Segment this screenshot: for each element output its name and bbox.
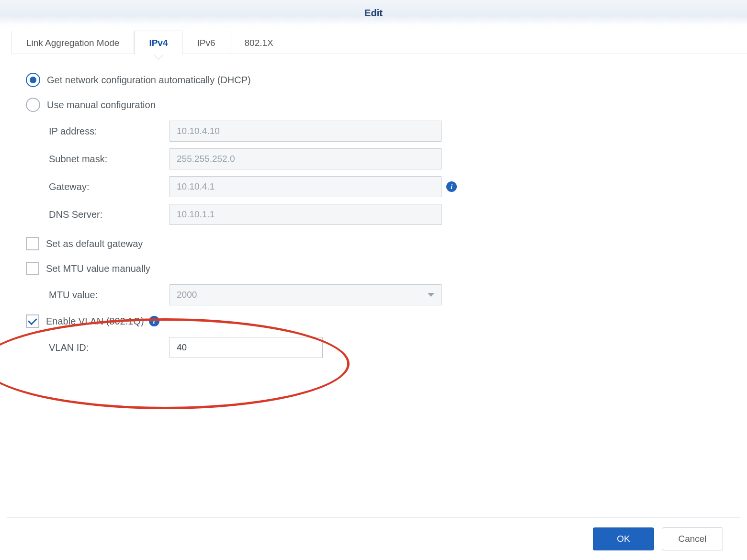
vlan-enable-label: Enable VLAN (802.1Q) [46,316,144,327]
dns-label: DNS Server: [49,209,170,220]
tab-ipv4[interactable]: IPv4 [134,31,182,55]
gateway-row: Gateway: [49,173,721,201]
vlan-enable-checkbox[interactable] [26,314,39,328]
gateway-info-icon[interactable] [446,181,457,192]
ip-input[interactable] [170,121,441,142]
dns-input[interactable] [170,204,441,225]
manual-fields: IP address: Subnet mask: Gateway: DNS Se… [26,117,721,228]
manual-radio[interactable] [26,98,40,112]
chevron-down-icon [428,293,434,297]
default-gateway-checkbox[interactable] [26,237,39,250]
dhcp-radio-row: Get network configuration automatically … [26,67,721,92]
ok-button[interactable]: OK [593,527,654,550]
titlebar: Edit [0,0,747,26]
dialog-footer: OK Cancel [7,517,740,560]
ip-label: IP address: [49,126,170,137]
gateway-label: Gateway: [49,181,170,192]
window-title: Edit [364,8,383,19]
vlan-fields: VLAN ID: [26,334,721,361]
dhcp-radio-label: Get network configuration automatically … [47,75,251,86]
vlan-id-input[interactable] [170,337,323,358]
mtu-manual-row: Set MTU value manually [26,256,721,281]
tab-ipv6[interactable]: IPv6 [182,31,230,54]
mtu-select[interactable]: 2000 [170,284,441,305]
subnet-input[interactable] [170,148,441,169]
mtu-value-row: MTU value: 2000 [49,281,721,309]
dhcp-radio[interactable] [26,73,40,87]
manual-radio-label: Use manual configuration [47,100,156,111]
vlan-id-label: VLAN ID: [49,342,170,353]
tab-bar: Link Aggregation Mode IPv4 IPv6 802.1X [0,26,747,54]
default-gateway-label: Set as default gateway [46,238,143,249]
cancel-button[interactable]: Cancel [662,527,723,550]
mtu-value-label: MTU value: [49,290,170,301]
subnet-row: Subnet mask: [49,145,721,173]
edit-dialog: Edit Link Aggregation Mode IPv4 IPv6 802… [0,0,747,560]
vlan-id-row: VLAN ID: [49,334,721,361]
tab-content-ipv4: Get network configuration automatically … [0,54,747,517]
vlan-info-icon[interactable] [149,316,159,326]
tab-8021x[interactable]: 802.1X [230,31,288,54]
dns-row: DNS Server: [49,201,721,228]
tab-link-aggregation-mode[interactable]: Link Aggregation Mode [11,31,134,54]
gateway-input[interactable] [170,176,441,197]
manual-radio-row: Use manual configuration [26,92,721,117]
vlan-enable-row: Enable VLAN (802.1Q) [26,309,721,334]
mtu-select-value: 2000 [177,290,197,300]
ip-row: IP address: [49,117,721,145]
mtu-manual-label: Set MTU value manually [46,263,150,274]
mtu-fields: MTU value: 2000 [26,281,721,309]
mtu-manual-checkbox[interactable] [26,262,39,275]
subnet-label: Subnet mask: [49,154,170,165]
default-gateway-row: Set as default gateway [26,231,721,256]
